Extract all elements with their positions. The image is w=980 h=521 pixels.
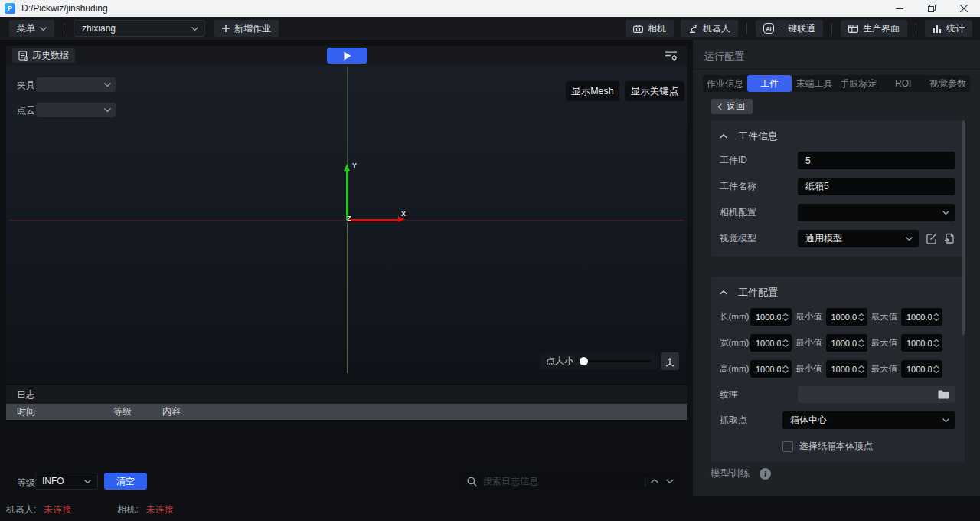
height-max-spinner[interactable]: 1000.0 [901,360,942,378]
width-spinner[interactable]: 1000.0 [750,334,792,352]
one-key-link-button[interactable]: AI 一键联通 [756,20,823,37]
min-label: 最小值 [795,337,822,349]
production-ui-button[interactable]: 生产界面 [841,20,907,37]
spinner-arrows[interactable] [858,365,864,373]
show-keypoints-button[interactable]: 显示关键点 [625,81,684,101]
viewport-3d[interactable]: 历史数据 Y X Z 夹具 点云 显示Mes [6,46,687,383]
texture-file-field[interactable] [798,386,956,403]
chevron-up-icon [782,339,789,342]
search-divider: | [644,476,646,487]
chevron-down-icon [104,83,111,87]
chevron-up-icon [720,134,727,139]
minimize-button[interactable] [884,0,916,17]
height-value: 1000.0 [756,365,781,374]
length-min-spinner[interactable]: 1000.0 [826,308,867,326]
log-search-input[interactable] [483,476,639,487]
workpiece-config-title: 工件配置 [738,286,778,300]
workpiece-name-field[interactable]: 纸箱5 [798,178,956,195]
workpiece-info-section: 工件信息 工件ID 5 工件名称 纸箱5 相机配置 视觉模型 通用模型 [710,120,965,257]
close-button[interactable] [948,0,980,17]
carton-top-vertex-label: 选择纸箱本体顶点 [799,440,873,453]
show-mesh-button[interactable]: 显示Mesh [566,81,619,101]
tab-workpiece[interactable]: 工件 [747,75,792,92]
camera-config-select[interactable] [798,204,956,221]
add-job-button[interactable]: 新增作业 [214,20,279,37]
length-spinner[interactable]: 1000.0 [750,308,792,326]
play-icon [344,51,351,61]
point-size-label: 点大小 [546,355,573,368]
workpiece-info-header[interactable]: 工件信息 [720,129,956,143]
log-level-select[interactable]: INFO [35,473,98,490]
display-settings-icon[interactable] [665,50,678,61]
spinner-arrows[interactable] [782,313,789,321]
spinner-arrows[interactable] [933,313,939,321]
history-document-icon [18,51,28,61]
workpiece-config-header[interactable]: 工件配置 [720,286,956,300]
width-max-value: 1000.0 [906,339,932,348]
info-icon[interactable]: i [760,468,771,480]
pointcloud-label: 点云 [17,104,35,117]
menu-button[interactable]: 菜单 [9,20,54,37]
toolbar-divider [746,23,747,34]
chevron-down-icon [933,370,939,373]
tab-job-info[interactable]: 作业信息 [703,75,747,92]
spinner-arrows[interactable] [858,313,864,321]
pointcloud-select[interactable] [36,103,116,117]
vision-model-select[interactable]: 通用模型 [798,230,919,247]
restore-button[interactable] [916,0,948,17]
spinner-arrows[interactable] [858,339,864,347]
height-spinner[interactable]: 1000.0 [750,360,792,378]
model-training-row: 模型训练 i [710,467,771,480]
grid-line-y-upper [347,67,348,169]
height-min-spinner[interactable]: 1000.0 [826,360,867,378]
workpiece-id-field[interactable]: 5 [798,152,956,169]
chevron-down-icon [858,370,864,373]
tab-roi[interactable]: ROI [881,75,926,92]
tab-vision-params[interactable]: 视觉参数 [926,75,970,92]
robot-status-label: 机器人: [6,503,36,516]
log-clear-button[interactable]: 清空 [104,473,147,490]
spinner-arrows[interactable] [782,365,789,373]
spinner-arrows[interactable] [933,339,939,347]
spinner-arrows[interactable] [933,365,939,373]
chevron-down-icon[interactable] [666,479,674,483]
toolbar-divider [916,23,916,34]
back-button[interactable]: 返回 [710,99,753,114]
history-data-button[interactable]: 历史数据 [12,48,75,63]
tab-end-tool[interactable]: 末端工具 [792,75,836,92]
width-max-spinner[interactable]: 1000.0 [901,334,942,352]
spinner-arrows[interactable] [782,339,789,347]
camera-button[interactable]: 相机 [626,20,674,37]
bar-chart-icon [933,25,942,33]
point-size-handle[interactable] [580,357,588,365]
log-table-body[interactable] [6,420,687,467]
axis-z-label: Z [347,215,351,222]
chevron-down-icon [933,344,939,347]
run-play-button[interactable] [327,48,368,64]
width-min-value: 1000.0 [831,339,857,348]
robot-button[interactable]: 机器人 [681,20,738,37]
panel-title: 运行配置 [704,50,744,64]
fixture-select[interactable] [36,77,116,92]
length-max-spinner[interactable]: 1000.0 [901,308,942,326]
axis-view-icon [665,356,675,367]
point-size-slider[interactable] [580,360,651,362]
statistics-button[interactable]: 统计 [925,20,972,37]
chevron-up-icon [858,365,864,369]
length-max-value: 1000.0 [906,313,932,322]
app-logo-icon: P [5,3,15,14]
job-selector[interactable]: zhixiang [74,20,205,37]
carton-top-vertex-checkbox[interactable] [782,441,793,452]
chevron-down-icon [906,237,913,241]
tab-hand-eye-calib[interactable]: 手眼标定 [837,75,881,92]
import-model-icon[interactable] [944,233,956,244]
grab-point-select[interactable]: 箱体中心 [782,411,956,429]
axis-view-button[interactable] [661,352,679,370]
chevron-down-icon [104,108,111,112]
panel-scrollbar[interactable] [962,120,965,335]
point-size-control: 点大小 [540,353,657,369]
width-min-spinner[interactable]: 1000.0 [826,334,867,352]
chevron-up-icon[interactable] [651,479,658,483]
chevron-up-icon [933,365,939,369]
edit-model-icon[interactable] [926,233,937,244]
